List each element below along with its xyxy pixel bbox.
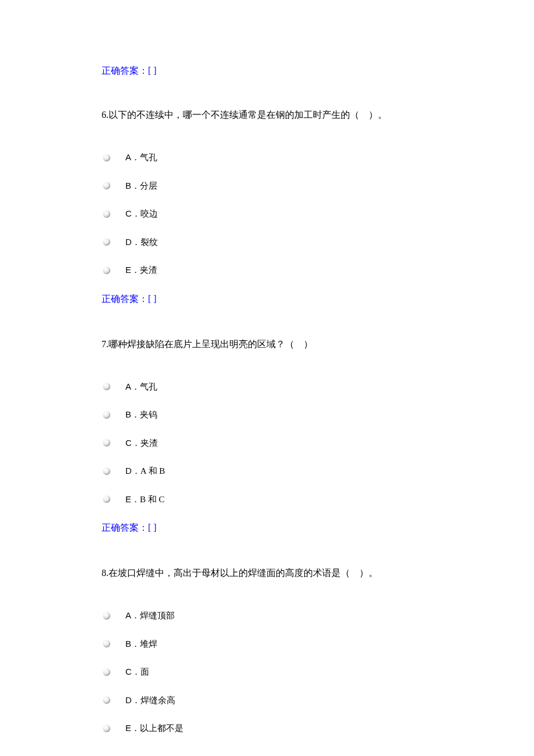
option-label: B．堆焊	[125, 638, 157, 651]
question-7-option-b[interactable]: B．夹钨	[102, 408, 432, 422]
radio-icon[interactable]	[103, 640, 110, 647]
question-7-option-a[interactable]: A．气孔	[102, 380, 432, 394]
option-label: A．气孔	[125, 151, 157, 164]
option-label: C．夹渣	[125, 437, 158, 450]
question-8-option-a[interactable]: A．焊缝顶部	[102, 609, 432, 622]
question-6-option-b[interactable]: B．分层	[102, 179, 432, 193]
option-label: C．咬边	[125, 207, 158, 221]
radio-icon[interactable]	[103, 612, 110, 620]
radio-icon[interactable]	[103, 696, 110, 704]
question-8-option-b[interactable]: B．堆焊	[102, 638, 432, 651]
question-7-option-e[interactable]: E．B 和 C	[102, 493, 432, 506]
option-label: E．以上都不是	[125, 722, 183, 735]
option-label: E．夹渣	[125, 264, 157, 277]
question-6-text: 6.以下的不连续中，哪一个不连续通常是在钢的加工时产生的（ ）。	[102, 108, 432, 122]
radio-icon[interactable]	[103, 411, 110, 419]
option-label: D．焊缝余高	[125, 694, 175, 707]
option-label: D．A 和 B	[125, 465, 165, 478]
radio-icon[interactable]	[103, 725, 110, 732]
radio-icon[interactable]	[103, 210, 110, 218]
question-7-option-c[interactable]: C．夹渣	[102, 437, 432, 450]
option-label: C．面	[125, 665, 149, 679]
question-7: 7.哪种焊接缺陷在底片上呈现出明亮的区域？（ ） A．气孔 B．夹钨 C．夹渣 …	[102, 337, 432, 535]
answer-line-6: 正确答案：[ ]	[102, 292, 432, 306]
radio-icon[interactable]	[103, 383, 110, 390]
radio-icon[interactable]	[103, 439, 110, 447]
question-6-option-a[interactable]: A．气孔	[102, 151, 432, 164]
question-6-option-c[interactable]: C．咬边	[102, 207, 432, 221]
radio-icon[interactable]	[103, 238, 110, 246]
answer-line-5: 正确答案：[ ]	[102, 64, 432, 78]
option-label: A．气孔	[125, 380, 157, 394]
question-8: 8.在坡口焊缝中，高出于母材以上的焊缝面的高度的术语是（ ）。 A．焊缝顶部 B…	[102, 566, 432, 735]
question-6-option-e[interactable]: E．夹渣	[102, 264, 432, 277]
option-label: B．夹钨	[125, 408, 157, 422]
option-label: E．B 和 C	[125, 493, 165, 506]
radio-icon[interactable]	[103, 154, 110, 161]
question-6: 6.以下的不连续中，哪一个不连续通常是在钢的加工时产生的（ ）。 A．气孔 B．…	[102, 108, 432, 306]
option-label: D．裂纹	[125, 236, 158, 249]
radio-icon[interactable]	[103, 668, 110, 676]
question-7-option-d[interactable]: D．A 和 B	[102, 465, 432, 478]
question-8-option-e[interactable]: E．以上都不是	[102, 722, 432, 735]
radio-icon[interactable]	[103, 495, 110, 503]
question-7-text: 7.哪种焊接缺陷在底片上呈现出明亮的区域？（ ）	[102, 337, 432, 351]
radio-icon[interactable]	[103, 467, 110, 475]
question-6-option-d[interactable]: D．裂纹	[102, 236, 432, 249]
question-8-text: 8.在坡口焊缝中，高出于母材以上的焊缝面的高度的术语是（ ）。	[102, 566, 432, 580]
question-8-option-d[interactable]: D．焊缝余高	[102, 694, 432, 707]
option-label: A．焊缝顶部	[125, 609, 175, 622]
option-label: B．分层	[125, 179, 157, 193]
question-8-option-c[interactable]: C．面	[102, 665, 432, 679]
answer-line-7: 正确答案：[ ]	[102, 521, 432, 535]
radio-icon[interactable]	[103, 267, 110, 274]
radio-icon[interactable]	[103, 182, 110, 189]
